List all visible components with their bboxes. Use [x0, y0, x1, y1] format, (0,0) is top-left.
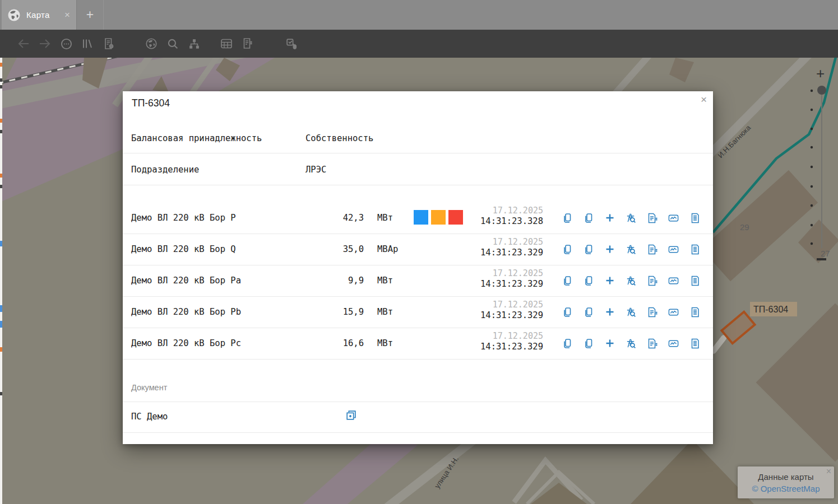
duplicate-icon	[583, 275, 594, 287]
measurement-datetime: 17.12.2025 14:31:23.329	[453, 234, 543, 258]
measurement-name: Демо ВЛ 220 кВ Бор P	[131, 213, 236, 223]
measurement-unit: МВт	[377, 307, 393, 317]
row-actions	[561, 274, 701, 287]
back-button[interactable]	[13, 33, 34, 54]
document-report-button[interactable]	[237, 33, 258, 54]
tab-close-button[interactable]: ×	[63, 10, 71, 20]
edge-strip[interactable]	[0, 58, 2, 504]
chart-button[interactable]	[668, 337, 679, 349]
hierarchy-icon	[188, 38, 201, 50]
document-edit-button[interactable]	[646, 212, 658, 224]
info-value-division: ЛРЭС	[305, 165, 326, 175]
report-button[interactable]	[689, 337, 701, 349]
document-edit-button[interactable]	[646, 306, 658, 318]
measurement-date: 17.12.2025	[453, 269, 543, 278]
duplicate-icon	[583, 212, 594, 224]
document-edit-icon	[646, 212, 658, 224]
add-document-button[interactable]	[345, 409, 358, 423]
document-settings-button[interactable]	[98, 33, 119, 54]
duplicate-button[interactable]	[582, 337, 594, 349]
add-button[interactable]	[604, 274, 615, 287]
measurement-unit: МВАр	[377, 244, 398, 254]
duplicate-icon	[583, 338, 594, 349]
divider	[123, 432, 713, 433]
new-tab-button[interactable]: +	[77, 0, 104, 30]
add-button[interactable]	[604, 243, 615, 255]
more-options-button[interactable]	[55, 33, 77, 54]
document-edit-button[interactable]	[646, 337, 658, 349]
asset-search-button[interactable]	[625, 274, 637, 287]
chart-icon	[668, 275, 679, 287]
copy-button[interactable]	[561, 274, 573, 287]
tab-bar: Карта × +	[0, 0, 838, 30]
asset-search-button[interactable]	[625, 337, 637, 349]
measurement-datetime: 17.12.2025 14:31:23.329	[453, 265, 543, 290]
select-mode-icon	[285, 37, 299, 51]
duplicate-button[interactable]	[582, 243, 594, 255]
report-icon	[689, 338, 701, 349]
tp-map-label[interactable]: ТП-6304	[753, 305, 788, 314]
report-button[interactable]	[689, 243, 701, 255]
measurement-unit: МВт	[377, 338, 393, 348]
add-button[interactable]	[604, 212, 615, 224]
chart-button[interactable]	[668, 243, 679, 255]
copy-button[interactable]	[561, 243, 573, 255]
zoom-in-button[interactable]: +	[816, 65, 825, 82]
library-icon	[81, 38, 94, 50]
asset-search-button[interactable]	[625, 212, 637, 224]
house-number-29: 29	[740, 222, 749, 232]
document-edit-button[interactable]	[646, 243, 658, 255]
document-edit-button[interactable]	[646, 274, 658, 287]
status-flag-blue[interactable]	[414, 210, 428, 225]
forward-button[interactable]	[34, 33, 55, 54]
asset-search-button[interactable]	[625, 306, 637, 318]
document-name: ПС Демо	[131, 412, 168, 422]
library-button[interactable]	[77, 33, 98, 54]
add-button[interactable]	[604, 306, 615, 318]
measurement-value: 9,9	[285, 276, 364, 286]
document-settings-icon	[102, 37, 115, 50]
attribution-close-button[interactable]: ×	[826, 466, 831, 477]
duplicate-button[interactable]	[582, 212, 594, 224]
measurement-row: Демо ВЛ 220 кВ Бор P 42,3 МВт 17.12.2025…	[123, 202, 713, 234]
dialog-close-button[interactable]: ×	[700, 92, 708, 107]
zoom-out-button[interactable]	[817, 258, 826, 260]
report-button[interactable]	[689, 212, 701, 224]
chart-button[interactable]	[668, 274, 679, 287]
globe-button[interactable]	[141, 33, 162, 54]
row-actions	[561, 243, 701, 255]
asset-search-button[interactable]	[625, 243, 637, 255]
copy-button[interactable]	[561, 212, 573, 224]
select-mode-button[interactable]	[281, 33, 302, 54]
chart-button[interactable]	[668, 306, 679, 318]
map-attribution: Данные карты © OpenStreetMap ×	[738, 466, 834, 498]
duplicate-button[interactable]	[582, 306, 594, 318]
osm-link[interactable]: © OpenStreetMap	[738, 484, 834, 493]
measurement-time: 14:31:23.329	[453, 310, 543, 321]
hierarchy-button[interactable]	[183, 33, 205, 54]
report-button[interactable]	[689, 274, 701, 287]
document-edit-icon	[646, 306, 658, 318]
tab-karta[interactable]: Карта ×	[2, 0, 77, 30]
status-flag-orange[interactable]	[431, 210, 446, 225]
report-button[interactable]	[689, 306, 701, 318]
document-edit-icon	[646, 275, 658, 287]
zoom-slider-handle[interactable]	[817, 86, 826, 95]
duplicate-button[interactable]	[582, 274, 594, 287]
chart-button[interactable]	[668, 212, 679, 224]
info-label-division: Подразделение	[131, 165, 199, 175]
divider	[123, 185, 713, 185]
measurement-datetime: 17.12.2025 14:31:23.329	[453, 296, 543, 321]
asset-search-icon	[625, 212, 637, 224]
copy-icon	[562, 212, 573, 224]
report-icon	[689, 306, 701, 318]
add-button[interactable]	[604, 337, 615, 349]
search-button[interactable]	[162, 33, 183, 54]
table-button[interactable]	[216, 33, 237, 54]
row-actions	[561, 337, 701, 349]
measurement-name: Демо ВЛ 220 кВ Бор Pa	[131, 276, 241, 286]
row-actions	[561, 306, 701, 318]
copy-button[interactable]	[561, 337, 573, 349]
copy-button[interactable]	[561, 306, 573, 318]
add-icon	[604, 338, 615, 349]
